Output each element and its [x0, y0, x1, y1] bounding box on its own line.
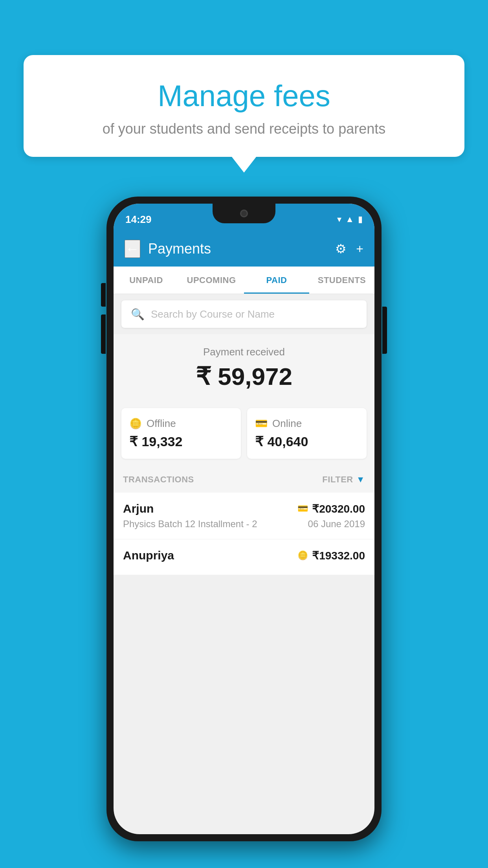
offline-label: Offline [147, 417, 176, 430]
gear-icon: ⚙ [335, 242, 347, 256]
search-icon: 🔍 [131, 308, 145, 321]
phone-notch [213, 204, 275, 223]
plus-icon: + [356, 242, 363, 256]
filter-icon: ▼ [356, 474, 365, 485]
filter-button[interactable]: FILTER ▼ [322, 474, 365, 485]
transaction-name-arjun: Arjun [123, 502, 154, 515]
camera [240, 210, 248, 217]
screen-content: 14:29 ▾ ▲ ▮ ← Payments ⚙ [114, 204, 374, 834]
search-input[interactable]: Search by Course or Name [151, 308, 275, 320]
wifi-icon: ▾ [337, 214, 341, 224]
transaction-name-anupriya: Anupriya [123, 549, 174, 562]
transaction-course-arjun: Physics Batch 12 Installment - 2 [123, 519, 257, 530]
status-icons: ▾ ▲ ▮ [337, 214, 363, 224]
battery-icon: ▮ [358, 214, 363, 224]
transaction-amount-anupriya: ₹19332.00 [312, 549, 365, 562]
tooltip-subtitle: of your students and send receipts to pa… [43, 121, 445, 137]
transaction-bottom-arjun: Physics Batch 12 Installment - 2 06 June… [123, 519, 365, 530]
phone-mockup: 14:29 ▾ ▲ ▮ ← Payments ⚙ [106, 197, 382, 841]
app-header: ← Payments ⚙ + [114, 231, 374, 267]
phone-outer: 14:29 ▾ ▲ ▮ ← Payments ⚙ [106, 197, 382, 841]
back-button[interactable]: ← [125, 240, 140, 258]
tab-paid[interactable]: PAID [244, 267, 309, 294]
tab-students[interactable]: STUDENTS [309, 267, 374, 294]
offline-amount: ₹ 19,332 [129, 434, 233, 449]
transaction-date-arjun: 06 June 2019 [308, 519, 365, 530]
online-icon: 💳 [255, 417, 268, 430]
volume-down-button [101, 314, 106, 338]
transaction-row[interactable]: Anupriya 🪙 ₹19332.00 [114, 539, 374, 575]
offline-card: 🪙 Offline ₹ 19,332 [121, 408, 241, 459]
volume-up-button [101, 283, 106, 307]
online-amount: ₹ 40,640 [255, 434, 359, 449]
transaction-amount-arjun: ₹20320.00 [312, 502, 365, 515]
add-button[interactable]: + [356, 242, 363, 256]
payment-type-icon-anupriya: 🪙 [297, 550, 308, 561]
payment-cards: 🪙 Offline ₹ 19,332 💳 Online ₹ 40,640 [114, 400, 374, 467]
phone-screen: 14:29 ▾ ▲ ▮ ← Payments ⚙ [114, 204, 374, 834]
offline-card-header: 🪙 Offline [129, 417, 233, 430]
tab-unpaid[interactable]: UNPAID [114, 267, 179, 294]
tooltip-title: Manage fees [43, 79, 445, 113]
tab-upcoming[interactable]: UPCOMING [179, 267, 244, 294]
search-bar[interactable]: 🔍 Search by Course or Name [121, 300, 367, 328]
transaction-amount-wrap-arjun: 💳 ₹20320.00 [297, 502, 365, 515]
transaction-amount-wrap-anupriya: 🪙 ₹19332.00 [297, 549, 365, 562]
signal-icon: ▲ [345, 214, 354, 224]
payment-summary: Payment received ₹ 59,972 [114, 334, 374, 400]
online-card: 💳 Online ₹ 40,640 [247, 408, 367, 459]
status-time: 14:29 [125, 213, 152, 226]
transaction-top-anupriya: Anupriya 🪙 ₹19332.00 [123, 549, 365, 562]
transactions-label: TRANSACTIONS [123, 474, 194, 485]
payment-received-label: Payment received [121, 346, 367, 358]
transactions-header: TRANSACTIONS FILTER ▼ [114, 467, 374, 493]
header-icons: ⚙ + [335, 241, 363, 256]
page-title: Payments [148, 241, 327, 257]
offline-icon: 🪙 [129, 417, 142, 430]
online-label: Online [272, 417, 302, 430]
transaction-list: Arjun 💳 ₹20320.00 Physics Batch 12 Insta… [114, 493, 374, 575]
online-card-header: 💳 Online [255, 417, 359, 430]
tab-bar: UNPAID UPCOMING PAID STUDENTS [114, 267, 374, 294]
transaction-row[interactable]: Arjun 💳 ₹20320.00 Physics Batch 12 Insta… [114, 493, 374, 539]
filter-label: FILTER [322, 474, 353, 485]
transaction-top-arjun: Arjun 💳 ₹20320.00 [123, 502, 365, 515]
settings-button[interactable]: ⚙ [335, 241, 347, 256]
payment-type-icon-arjun: 💳 [297, 504, 308, 514]
payment-total-amount: ₹ 59,972 [121, 362, 367, 391]
tooltip-bubble: Manage fees of your students and send re… [24, 55, 464, 157]
